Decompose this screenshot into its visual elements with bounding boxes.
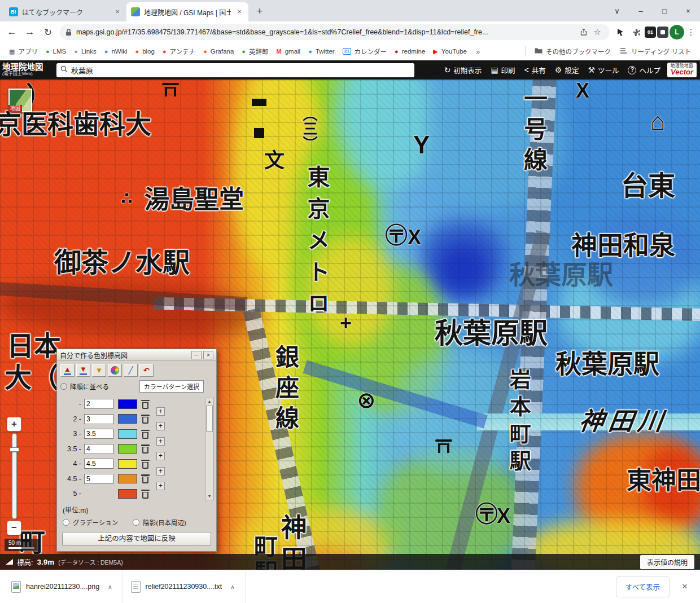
download-item[interactable]: hanrei202111230....png∧: [3, 570, 123, 603]
delete-row-button[interactable]: [141, 429, 150, 439]
help-button[interactable]: ?ヘルプ: [628, 65, 660, 76]
download-expand-chevron[interactable]: ∧: [228, 582, 237, 592]
scrollbar-thumb[interactable]: [206, 406, 213, 432]
downloads-close-icon[interactable]: ×: [675, 581, 694, 592]
other-bookmarks-button[interactable]: その他のブックマーク: [531, 45, 614, 58]
color-swatch-button[interactable]: [118, 444, 137, 454]
sort-descending-radio[interactable]: [60, 383, 67, 390]
extension-icon[interactable]: [657, 27, 668, 38]
tab-close-icon[interactable]: ×: [235, 7, 244, 16]
load-file-icon[interactable]: ▲: [60, 364, 75, 377]
range-to-input[interactable]: [84, 429, 113, 439]
bookmark-star-icon[interactable]: ☆: [590, 25, 604, 39]
maximize-button[interactable]: □: [653, 0, 676, 21]
settings-button[interactable]: ⚙設定: [555, 65, 579, 76]
send-page-icon[interactable]: [577, 25, 590, 39]
gsi-vector-badge[interactable]: 地理院地図 Vector: [667, 63, 697, 78]
basemap-selector-button[interactable]: 地図: [8, 89, 32, 112]
color-swatch-button[interactable]: [118, 414, 137, 424]
extension-badge[interactable]: 01: [645, 27, 656, 38]
reload-button[interactable]: ↻: [40, 24, 56, 41]
delete-row-button[interactable]: [141, 489, 150, 499]
gradation-radio[interactable]: [63, 519, 69, 526]
panel-scrollbar[interactable]: ▲ ▼: [205, 398, 214, 500]
insert-row-button[interactable]: +: [156, 482, 165, 490]
menu-kebab-icon[interactable]: ⋮: [685, 27, 697, 37]
search-input[interactable]: [71, 66, 410, 74]
bookmark-item[interactable]: ●Grafana: [200, 46, 237, 56]
bookmark-item[interactable]: ▶YouTube: [430, 46, 470, 56]
zoom-in-button[interactable]: +: [7, 417, 21, 432]
bookmarks-overflow-chevron[interactable]: »: [473, 47, 483, 56]
download-item[interactable]: relief202111230930....txt∧: [123, 570, 246, 603]
share-button[interactable]: <共有: [524, 65, 546, 76]
color-swatch-button[interactable]: [118, 399, 137, 409]
delete-row-button[interactable]: [141, 399, 150, 409]
range-to-input[interactable]: [84, 399, 113, 409]
range-to-input[interactable]: [84, 459, 113, 469]
tab-search-chevron-icon[interactable]: ∨: [605, 0, 629, 21]
pointer-extension-icon[interactable]: [613, 25, 628, 39]
minimize-button[interactable]: –: [629, 0, 653, 21]
delete-row-button[interactable]: [141, 474, 150, 483]
bookmark-item[interactable]: ●英辞郎: [238, 45, 272, 58]
bookmark-item[interactable]: ▦アプリ: [6, 45, 41, 58]
range-to-input[interactable]: [84, 444, 113, 454]
gsi-logo[interactable]: 地理院地図 (電子国土Web): [2, 63, 52, 77]
undo-icon[interactable]: ↶: [139, 364, 154, 377]
panel-close-button[interactable]: ×: [203, 351, 213, 359]
value-description-button[interactable]: 表示値の説明: [640, 555, 694, 569]
color-swatch-button[interactable]: [118, 489, 137, 499]
bookmark-item[interactable]: ●Links: [71, 46, 100, 56]
scroll-up-icon[interactable]: ▲: [208, 398, 212, 405]
show-all-downloads-button[interactable]: すべて表示: [616, 576, 670, 597]
panel-minimize-button[interactable]: －: [191, 351, 202, 359]
panel-title-bar[interactable]: 自分で作る色別標高図 － ×: [57, 349, 216, 361]
reload-button[interactable]: ↻初期表示: [444, 65, 482, 76]
bookmark-item[interactable]: ●Twitter: [305, 46, 338, 56]
color-swatch-button[interactable]: [118, 474, 137, 483]
insert-row-button[interactable]: +: [156, 452, 165, 460]
reading-list-button[interactable]: リーディング リスト: [616, 45, 694, 58]
color-palette-icon[interactable]: [108, 364, 122, 377]
new-tab-button[interactable]: +: [252, 3, 268, 19]
delete-row-button[interactable]: [141, 414, 150, 424]
search-box[interactable]: [56, 63, 414, 77]
apply-to-map-button[interactable]: 上記の内容で地図に反映: [62, 532, 211, 546]
tab-gsi-maps[interactable]: 地理院地図 / GSI Maps | 国土地... ×: [126, 2, 248, 21]
save-file-icon[interactable]: ▼: [76, 364, 90, 377]
bookmark-item[interactable]: ●LMS: [42, 46, 69, 56]
bookmark-item[interactable]: ●nWiki: [101, 46, 131, 56]
print-button[interactable]: ▤印刷: [491, 65, 515, 76]
insert-row-button[interactable]: +: [156, 467, 165, 476]
bookmark-item[interactable]: ●blog: [132, 46, 158, 56]
delete-row-button[interactable]: [141, 459, 150, 469]
tab-hatena[interactable]: B! はてなブックマーク ×: [5, 2, 126, 21]
download-expand-chevron[interactable]: ∧: [106, 582, 114, 592]
forward-button[interactable]: →: [21, 24, 38, 41]
insert-row-button[interactable]: +: [156, 407, 165, 416]
scroll-down-icon[interactable]: ▼: [208, 493, 212, 500]
insert-row-button[interactable]: +: [156, 422, 165, 430]
range-to-input[interactable]: [84, 474, 113, 484]
tools-button[interactable]: ⚒ツール: [588, 65, 619, 76]
export-image-icon[interactable]: ▼: [92, 364, 106, 377]
shade-radio[interactable]: [133, 519, 139, 526]
delete-row-button[interactable]: [141, 444, 150, 454]
puzzle-extension-icon[interactable]: [629, 25, 644, 39]
zoom-slider-handle[interactable]: [10, 447, 19, 452]
color-pattern-select-button[interactable]: カラーパターン選択: [139, 380, 204, 393]
bookmark-item[interactable]: ●redmine: [391, 46, 428, 56]
color-swatch-button[interactable]: [118, 429, 137, 439]
profile-avatar[interactable]: L: [670, 25, 684, 39]
insert-row-button[interactable]: +: [156, 437, 165, 446]
line-tool-icon[interactable]: ╱: [124, 364, 138, 377]
bookmark-item[interactable]: Mgmail: [273, 46, 304, 56]
bookmark-item[interactable]: 21カレンダー: [339, 45, 390, 58]
tab-close-icon[interactable]: ×: [113, 7, 122, 16]
zoom-out-button[interactable]: −: [7, 521, 21, 535]
map-canvas[interactable]: 京医科歯科大湯島聖堂御茶ノ水駅日本大（東京メトロ銀座線神田町駅町秋葉原駅秋葉原駅…: [0, 80, 700, 570]
url-bar[interactable]: maps.gsi.go.jp/#17/35.698475/139.771467/…: [60, 24, 610, 40]
close-button[interactable]: ×: [676, 0, 700, 21]
bookmark-item[interactable]: ●アンテナ: [159, 45, 199, 58]
